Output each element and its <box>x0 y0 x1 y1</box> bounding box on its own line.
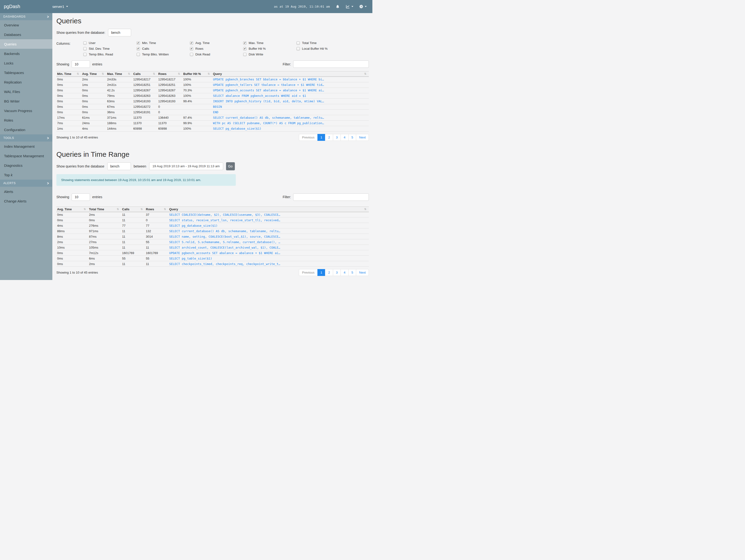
pagination-page-2[interactable]: 2 <box>325 269 333 276</box>
pagination-page-1[interactable]: 1 <box>317 134 325 141</box>
sidebar-item-index-management[interactable]: Index Management <box>0 141 52 151</box>
checkbox-avg-time[interactable]: ✔Avg. Time <box>190 41 243 45</box>
column-header-calls[interactable]: Calls⇅ <box>121 206 145 212</box>
checkbox-total-time[interactable]: Total Time <box>296 41 350 45</box>
checkbox-box[interactable]: ✔ <box>243 47 247 51</box>
checkbox-box[interactable] <box>296 41 300 45</box>
checkbox-std-dev-time[interactable]: Std. Dev. Time <box>83 47 137 51</box>
checkbox-box[interactable] <box>137 53 140 56</box>
query-link[interactable]: UPDATE pgbench_accounts SET abalance = a… <box>213 89 324 92</box>
sidebar-section-alerts[interactable]: ALERTS> <box>0 179 52 187</box>
query-link[interactable]: UPDATE pgbench_branches SET bbalance = b… <box>213 77 324 81</box>
range-database-input[interactable] <box>107 163 131 170</box>
checkbox-local-buffer-hit[interactable]: Local Buffer Hit % <box>296 47 350 51</box>
pagination-page-3[interactable]: 3 <box>333 269 341 276</box>
entries-count-input[interactable] <box>72 60 90 68</box>
checkbox-user[interactable]: User <box>83 41 137 45</box>
filter-input[interactable] <box>293 60 369 68</box>
server-selector[interactable]: server1 <box>52 4 68 8</box>
pagination-next[interactable]: Next <box>356 269 369 276</box>
checkbox-temp-blks-written[interactable]: Temp Blks. Written <box>137 53 190 56</box>
query-link[interactable]: INSERT INTO pgbench_history (tid, bid, a… <box>213 99 324 103</box>
sidebar-section-dashboards[interactable]: DASHBOARDS> <box>0 13 52 20</box>
filter-input[interactable] <box>293 193 369 201</box>
checkbox-buffer-hit[interactable]: ✔Buffer Hit % <box>243 47 296 51</box>
query-link[interactable]: SELECT pg_database_size($1) <box>169 224 218 227</box>
query-link[interactable]: SELECT abalance FROM pgbench_accounts WH… <box>213 94 306 98</box>
checkbox-box[interactable] <box>190 53 193 56</box>
pagination-previous[interactable]: Previous <box>299 269 318 276</box>
pagination-previous[interactable]: Previous <box>299 134 318 141</box>
checkbox-box[interactable] <box>243 53 247 56</box>
sidebar-item-tablespaces[interactable]: Tablespaces <box>0 68 52 77</box>
query-link[interactable]: UPDATE pgbench_tellers SET tbalance = tb… <box>213 83 324 87</box>
sidebar-item-replication[interactable]: Replication <box>0 77 52 87</box>
query-link[interactable]: WITH pc AS (SELECT pubname, COUNT(*) AS … <box>213 121 324 125</box>
pagination-page-3[interactable]: 3 <box>333 134 341 141</box>
date-range-input[interactable] <box>149 163 223 170</box>
sidebar-item-backends[interactable]: Backends <box>0 49 52 58</box>
charts-menu-button[interactable] <box>346 4 353 9</box>
checkbox-rows[interactable]: ✔Rows <box>190 47 243 51</box>
sidebar-item-queries[interactable]: Queries <box>0 39 52 49</box>
checkbox-max-time[interactable]: ✔Max. Time <box>243 41 296 45</box>
checkbox-temp-blks-read[interactable]: Temp Blks. Read <box>83 53 137 56</box>
query-link[interactable]: SELECT archived_count, COALESCE(last_arc… <box>169 246 280 249</box>
sidebar-item-vacuum-progress[interactable]: Vacuum Progress <box>0 106 52 116</box>
notifications-button[interactable] <box>335 4 340 9</box>
column-header-max-time[interactable]: Max. Time⇅ <box>106 71 133 77</box>
query-link[interactable]: BEGIN <box>213 105 222 108</box>
query-link[interactable]: SELECT pg_table_size($1) <box>169 257 212 260</box>
pagination-page-4[interactable]: 4 <box>341 134 349 141</box>
query-link[interactable]: SELECT COALESCE(datname, $2), COALESCE(u… <box>169 213 280 217</box>
database-input[interactable] <box>108 29 131 36</box>
pagination-page-5[interactable]: 5 <box>348 134 356 141</box>
checkbox-box[interactable]: ✔ <box>190 47 193 51</box>
query-link[interactable]: SELECT current_database() AS db, scheman… <box>213 116 324 120</box>
checkbox-box[interactable]: ✔ <box>243 41 247 45</box>
column-header-rows[interactable]: Rows⇅ <box>145 206 168 212</box>
column-header-buffer-hit[interactable]: Buffer Hit %⇅ <box>183 71 212 77</box>
query-link[interactable]: SELECT S.relid, S.schemaname, S.relname,… <box>169 240 280 244</box>
go-button[interactable]: Go <box>226 162 235 170</box>
sidebar-item-roles[interactable]: Roles <box>0 116 52 125</box>
checkbox-min-time[interactable]: ✔Min. Time <box>137 41 190 45</box>
column-header-min-time[interactable]: Min. Time⇅ <box>56 71 82 77</box>
sidebar-item-diagnostics[interactable]: Diagnostics <box>0 161 52 170</box>
column-header-calls[interactable]: Calls⇅ <box>133 71 158 77</box>
pagination-page-2[interactable]: 2 <box>325 134 333 141</box>
entries-count-input[interactable] <box>72 193 90 201</box>
settings-menu-button[interactable] <box>359 4 367 9</box>
query-link[interactable]: SELECT name, setting, COALESCE(boot_val,… <box>169 235 280 238</box>
column-header-total-time[interactable]: Total Time⇅ <box>88 206 121 212</box>
pagination-page-1[interactable]: 1 <box>317 269 325 276</box>
sidebar-item-top-k[interactable]: Topk <box>0 170 52 179</box>
query-link[interactable]: SELECT pg_database_size($1) <box>213 127 261 130</box>
pagination-page-5[interactable]: 5 <box>348 269 356 276</box>
checkbox-box[interactable] <box>83 41 87 45</box>
sidebar-item-databases[interactable]: Databases <box>0 30 52 39</box>
query-link[interactable]: END <box>213 110 219 114</box>
checkbox-calls[interactable]: ✔Calls <box>137 47 190 51</box>
column-header-query[interactable]: Query⇅ <box>168 206 369 212</box>
checkbox-box[interactable]: ✔ <box>137 47 140 51</box>
pagination-next[interactable]: Next <box>356 134 369 141</box>
query-link[interactable]: SELECT current_database() AS db, scheman… <box>169 229 280 233</box>
query-link[interactable]: SELECT status, receive_start_lsn, receiv… <box>169 219 280 222</box>
sidebar-item-change-alerts[interactable]: Change Alerts <box>0 196 52 206</box>
checkbox-box[interactable] <box>296 47 300 51</box>
query-link[interactable]: SELECT checkpoints_timed, checkpoints_re… <box>169 262 280 266</box>
checkbox-box[interactable] <box>83 47 87 51</box>
sidebar-item-overview[interactable]: Overview <box>0 20 52 30</box>
column-header-avg-time[interactable]: Avg. Time⇅ <box>56 206 88 212</box>
sidebar-section-tools[interactable]: TOOLS> <box>0 134 52 141</box>
pagination-page-4[interactable]: 4 <box>341 269 349 276</box>
column-header-rows[interactable]: Rows⇅ <box>158 71 183 77</box>
sidebar-item-locks[interactable]: Locks <box>0 58 52 68</box>
sidebar-item-wal-files[interactable]: WAL Files <box>0 87 52 96</box>
sidebar-item-alerts[interactable]: Alerts <box>0 187 52 196</box>
checkbox-box[interactable]: ✔ <box>190 41 193 45</box>
sidebar-item-configuration[interactable]: Configuration <box>0 125 52 134</box>
query-link[interactable]: UPDATE pgbench_accounts SET abalance = a… <box>169 251 280 255</box>
checkbox-disk-write[interactable]: Disk Write <box>243 53 296 56</box>
